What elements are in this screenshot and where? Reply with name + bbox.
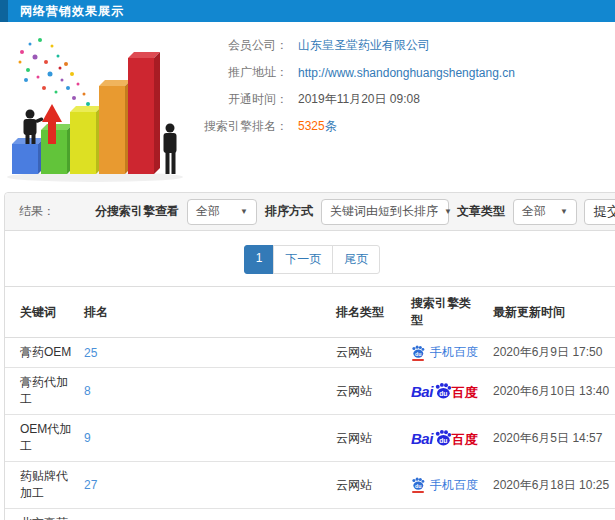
rank-count-suffix: 条 [325, 119, 337, 133]
field-company: 会员公司： 山东皇圣堂药业有限公司 [190, 32, 615, 59]
submit-button[interactable]: 提交 [584, 199, 615, 225]
promotion-url-link[interactable]: http://www.shandonghuangshengtang.cn [298, 66, 515, 80]
engine-type-cell: Bai du 百度 [405, 415, 487, 462]
updated-time-cell: 2020年6月9日 17:50 [487, 338, 615, 368]
engine-type-cell: Bai du 百度 [405, 368, 487, 415]
bar-yellow [70, 106, 102, 174]
table-row: 膏药代加工 8 云网站 Bai du 百度 2020年6月10日 13:40 [5, 368, 615, 415]
chevron-down-icon: ▼ [444, 207, 452, 216]
updated-time-cell: 2020年6月10日 13:40 [487, 368, 615, 415]
company-link[interactable]: 山东皇圣堂药业有限公司 [298, 37, 430, 54]
url-label: 推广地址： [190, 64, 288, 81]
bar-chart-illustration [0, 22, 190, 190]
col-header-rank-type: 排名类型 [330, 287, 405, 338]
pagination-last-button[interactable]: 尾页 [332, 245, 380, 274]
engine-filter-select[interactable]: 全部 ▼ [187, 199, 257, 225]
company-label: 会员公司： [190, 37, 288, 54]
col-header-updated: 最新更新时间 [487, 287, 615, 338]
field-open-time: 开通时间： 2019年11月20日 09:08 [190, 86, 615, 113]
updated-time-cell: 2020年6月5日 14:57 [487, 415, 615, 462]
rank-type-cell: 云网站 [330, 509, 405, 520]
baidu-logo-bai-text: Bai [411, 431, 433, 446]
col-header-keyword: 关键词 [5, 287, 78, 338]
header-left-accent [0, 0, 8, 22]
rank-count-number: 5325 [298, 119, 325, 133]
rank-type-cell: 云网站 [330, 338, 405, 368]
field-rank-count: 搜索引擎排名： 5325条 [190, 113, 615, 140]
pagination-next-button[interactable]: 下一页 [273, 245, 333, 274]
mobile-baidu-logo: du 手机百度 [411, 477, 478, 494]
table-row: OEM代加工 9 云网站 Bai du 百度 2020年6月5日 14:57 [5, 415, 615, 462]
svg-text:du: du [415, 483, 421, 489]
rank-count-label: 搜索引擎排名： [190, 118, 288, 135]
table-row: 北京膏药贴牌 1 云网站 Bai du 百度 2020年6月11日 11:18 [5, 509, 615, 520]
open-time-value: 2019年11月20日 09:08 [298, 91, 420, 108]
results-panel-body: 1 下一页 尾页 关键词 排名 排名类型 搜索引擎类型 最新更新时间 膏药OEM… [5, 231, 615, 520]
result-label: 结果： [19, 203, 55, 220]
mobile-baidu-label: 手机百度 [430, 344, 478, 361]
field-url: 推广地址： http://www.shandonghuangshengtang.… [190, 59, 615, 86]
chevron-down-icon: ▼ [560, 207, 568, 216]
article-type-filter-value: 全部 [522, 203, 546, 220]
chevron-down-icon: ▼ [240, 207, 248, 216]
info-section: 会员公司： 山东皇圣堂药业有限公司 推广地址： http://www.shand… [0, 22, 615, 192]
bar-red [128, 52, 160, 174]
confetti-dots [19, 38, 98, 116]
page-title: 网络营销效果展示 [0, 3, 124, 20]
pagination: 1 下一页 尾页 [5, 245, 615, 274]
info-fields: 会员公司： 山东皇圣堂药业有限公司 推广地址： http://www.shand… [190, 22, 615, 192]
keyword-cell: 药贴牌代加工 [5, 462, 78, 509]
mobile-baidu-logo: du 手机百度 [411, 344, 478, 361]
engine-filter-label: 分搜索引擎查看 [95, 203, 179, 220]
mobile-baidu-paw-icon: du [411, 345, 425, 361]
rank-type-cell: 云网站 [330, 462, 405, 509]
pagination-page-1[interactable]: 1 [244, 245, 275, 274]
baidu-logo: Bai du 百度 [411, 382, 478, 399]
baidu-logo-cn-text: 百度 [452, 433, 478, 446]
rank-type-cell: 云网站 [330, 415, 405, 462]
results-panel: 结果： 分搜索引擎查看 全部 ▼ 排序方式 关键词由短到长排序 ▼ 文章类型 全… [4, 192, 615, 520]
svg-text:du: du [439, 390, 447, 397]
engine-type-cell: Bai du 百度 [405, 509, 487, 520]
updated-time-cell: 2020年6月18日 10:25 [487, 462, 615, 509]
keyword-cell: 膏药OEM [5, 338, 78, 368]
baidu-paw-icon: du [434, 382, 452, 399]
keyword-cell: OEM代加工 [5, 415, 78, 462]
rank-link[interactable]: 8 [84, 384, 91, 398]
filter-bar: 分搜索引擎查看 全部 ▼ 排序方式 关键词由短到长排序 ▼ 文章类型 全部 ▼ [95, 199, 577, 225]
rank-count-value: 5325条 [298, 118, 337, 135]
svg-text:du: du [439, 437, 447, 444]
baidu-logo-bai-text: Bai [411, 384, 433, 399]
mobile-baidu-underline [412, 491, 424, 493]
sort-filter-select[interactable]: 关键词由短到长排序 ▼ [321, 199, 449, 225]
engine-type-cell: du 手机百度 [405, 338, 487, 368]
table-header-row: 关键词 排名 排名类型 搜索引擎类型 最新更新时间 [5, 287, 615, 338]
results-panel-heading: 结果： 分搜索引擎查看 全部 ▼ 排序方式 关键词由短到长排序 ▼ 文章类型 全… [5, 193, 615, 231]
businessman-right [164, 124, 177, 175]
mobile-baidu-paw-icon: du [411, 477, 425, 493]
engine-type-cell: du 手机百度 [405, 462, 487, 509]
keywords-table: 关键词 排名 排名类型 搜索引擎类型 最新更新时间 膏药OEM 25 云网站 d… [5, 286, 615, 520]
rank-link[interactable]: 9 [84, 431, 91, 445]
keyword-cell: 北京膏药贴牌 [5, 509, 78, 520]
open-time-label: 开通时间： [190, 91, 288, 108]
svg-text:du: du [415, 350, 421, 356]
bar-orange [99, 80, 131, 174]
col-header-engine-type: 搜索引擎类型 [405, 287, 487, 338]
engine-filter-value: 全部 [196, 203, 220, 220]
rank-link[interactable]: 25 [84, 346, 97, 360]
table-row: 膏药OEM 25 云网站 du 手机百度 2020年6月9日 17:50 [5, 338, 615, 368]
article-type-filter-label: 文章类型 [457, 203, 505, 220]
sort-filter-label: 排序方式 [265, 203, 313, 220]
sort-filter-value: 关键词由短到长排序 [330, 203, 438, 220]
mobile-baidu-label: 手机百度 [430, 477, 478, 494]
baidu-logo: Bai du 百度 [411, 429, 478, 446]
updated-time-cell: 2020年6月11日 11:18 [487, 509, 615, 520]
mobile-baidu-underline [412, 359, 424, 361]
page-header: 网络营销效果展示 [0, 0, 615, 22]
table-row: 药贴牌代加工 27 云网站 du 手机百度 2020年6月18日 10:25 [5, 462, 615, 509]
rank-link[interactable]: 27 [84, 478, 97, 492]
col-header-rank: 排名 [78, 287, 330, 338]
article-type-filter-select[interactable]: 全部 ▼ [513, 199, 577, 225]
bar-green [41, 124, 73, 174]
